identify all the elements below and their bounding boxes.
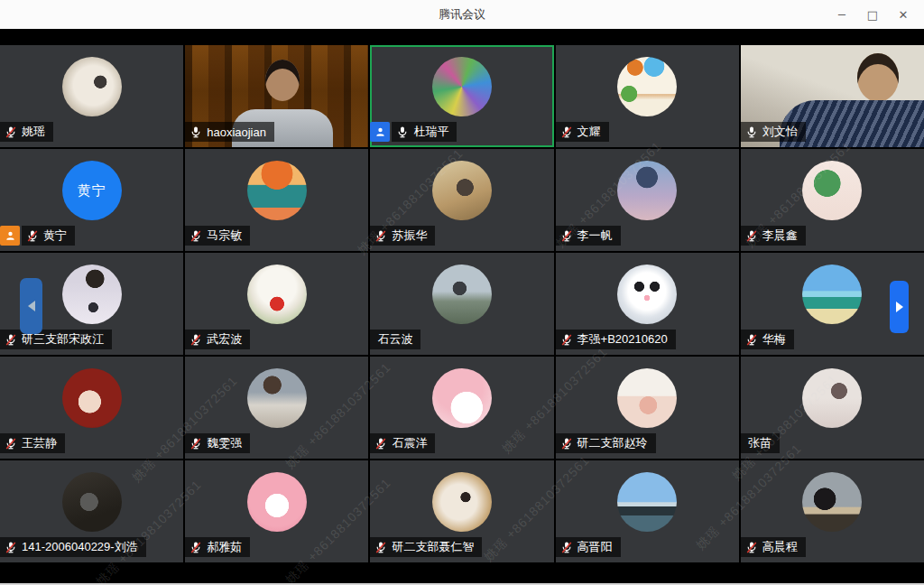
nameplate: 黄宁 [0,226,75,246]
participant-name: 武宏波 [207,331,242,348]
participant-avatar [617,368,677,428]
nameplate: 研三支部宋政江 [0,330,112,349]
next-page-button[interactable] [890,281,909,333]
participant-name: 高晨程 [762,539,798,555]
participant-avatar [247,472,307,532]
mic-muted-icon [189,229,202,243]
participant-name: 王芸静 [22,435,57,451]
participant-tile[interactable]: 魏雯强 [185,357,368,459]
participant-name: haoxiaojian [207,125,266,139]
prev-page-button[interactable] [20,278,42,334]
titlebar: 腾讯会议 ─ □ ✕ [0,0,924,29]
maximize-button[interactable]: □ [857,0,888,29]
avatar-initials: 黄宁 [78,182,106,200]
nameplate: 141-2006040229-刘浩 [0,537,146,557]
participant-name: 张苗 [748,435,772,451]
participant-avatar [247,265,307,324]
nameplate: 华梅 [741,330,794,349]
video-grid-area: 姚瑶 haoxiaojian 杜瑞平 文耀 刘文怡黄宁 黄宁 马宗敏 苏振华 李… [0,29,924,583]
nameplate: 魏雯强 [185,433,250,453]
participant-tile[interactable]: 黄宁 黄宁 [0,149,183,251]
participant-tile[interactable]: 141-2006040229-刘浩 [0,460,183,562]
participant-name: 研二支部聂仁智 [392,539,474,555]
participant-avatar [432,161,492,220]
participant-tile[interactable]: 研二支部聂仁智 [370,460,553,562]
video-person-head [265,60,300,101]
participant-avatar [802,161,862,220]
participant-tile[interactable]: 石云波 [370,253,553,355]
mic-muted-icon [189,541,202,554]
participant-avatar [247,368,307,428]
participant-name: 石震洋 [392,435,427,451]
participant-avatar: 黄宁 [62,161,122,220]
window-title: 腾讯会议 [439,6,485,23]
participant-name: 石云波 [377,331,412,348]
minimize-button[interactable]: ─ [827,0,857,29]
mic-muted-icon [560,229,573,243]
participant-tile[interactable]: 杜瑞平 [370,45,553,147]
participant-tile[interactable]: 李强+B20210620 [556,253,739,355]
participant-avatar [432,265,492,324]
mic-muted-icon [26,229,39,243]
nameplate: 武宏波 [185,330,250,349]
participant-tile[interactable]: 王芸静 [0,357,183,459]
nameplate: haoxiaojian [185,122,274,142]
participant-tile[interactable]: 李一帆 [556,149,739,251]
participant-tile[interactable]: 马宗敏 [185,149,368,251]
mic-muted-icon [560,333,573,347]
participant-tile[interactable]: 石震洋 [370,357,553,459]
nameplate: 文耀 [556,122,609,142]
nameplate: 石云波 [370,330,420,349]
participant-tile[interactable]: 姚瑶 [0,45,183,147]
participant-name: 刘文怡 [762,124,798,140]
participant-name: 郝雅茹 [207,539,242,555]
participant-name: 研二支部赵玲 [578,435,648,451]
participant-name: 李晨鑫 [762,228,798,244]
mic-on-icon [745,125,758,139]
mic-muted-icon [374,229,387,243]
participant-tile[interactable]: 文耀 [556,45,739,147]
participant-name: 文耀 [578,124,601,140]
mic-muted-icon [5,125,17,139]
mic-muted-icon [189,437,202,450]
participant-avatar [617,265,677,324]
mic-muted-icon [5,541,17,554]
mic-muted-icon [745,229,758,243]
nameplate: 杜瑞平 [370,122,457,142]
participant-name: 魏雯强 [207,435,242,451]
participant-tile[interactable]: 郝雅茹 [185,460,368,562]
participant-avatar [802,368,862,428]
participant-tile[interactable]: 李晨鑫 [741,149,924,251]
nameplate: 姚瑶 [0,122,53,142]
participant-avatar [432,368,492,428]
participant-tile[interactable]: 苏振华 [370,149,553,251]
participant-avatar [432,472,492,532]
participant-name: 高晋阳 [578,539,613,555]
nameplate: 王芸静 [0,433,65,453]
participant-name: 141-2006040229-刘浩 [22,539,138,555]
participant-avatar [62,57,122,116]
participant-avatar [617,472,677,532]
mic-muted-icon [374,541,387,554]
participant-tile[interactable]: 刘文怡 [741,45,924,147]
participant-name: 李强+B20210620 [578,331,668,348]
participant-avatar [62,368,122,428]
participant-tile[interactable]: 高晨程 [741,460,924,562]
participant-tile[interactable]: 张苗 [741,357,924,459]
mic-muted-icon [560,437,573,450]
mic-muted-icon [560,125,573,139]
chevron-right-icon [896,302,903,312]
participant-avatar [62,265,122,324]
participant-avatar [432,57,492,116]
close-button[interactable]: ✕ [888,0,919,29]
participant-tile[interactable]: 武宏波 [185,253,368,355]
participant-tile[interactable]: 高晋阳 [556,460,739,562]
nameplate: 张苗 [741,433,780,453]
participant-avatar [62,472,122,532]
nameplate: 郝雅茹 [185,537,250,557]
participant-tile[interactable]: haoxiaojian [185,45,368,147]
participant-tile[interactable]: 研二支部赵玲 [556,357,739,459]
participant-avatar [617,161,677,220]
video-person-head [857,53,899,102]
participant-avatar [617,57,677,116]
